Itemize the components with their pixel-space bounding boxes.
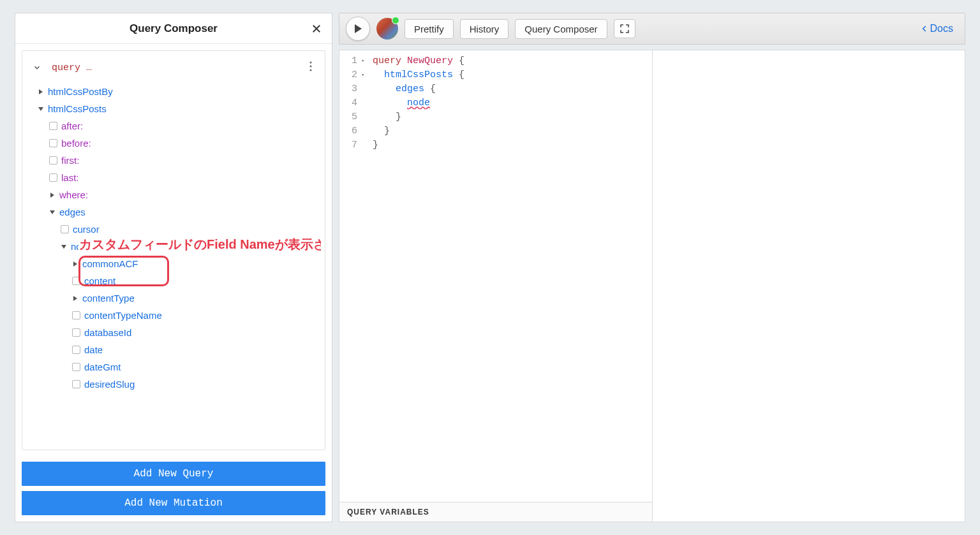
tri-down-icon xyxy=(49,209,56,216)
annotation-text: カスタムフィールドのField Nameが表示されることを確認 xyxy=(78,236,321,253)
tri-right-icon xyxy=(49,192,56,198)
fullscreen-button[interactable] xyxy=(614,19,635,38)
expand-icon xyxy=(620,24,630,34)
checkbox[interactable] xyxy=(72,363,80,371)
result-pane xyxy=(653,50,966,522)
svg-point-0 xyxy=(310,62,312,64)
toolbar: Prettify History Query Composer Docs xyxy=(339,13,965,45)
tri-right-icon xyxy=(72,295,78,302)
tree-item-contentType[interactable]: contentType xyxy=(26,289,316,307)
query-root-row[interactable]: query … xyxy=(26,57,321,83)
query-composer-panel: Query Composer query … xyxy=(15,13,332,522)
checkbox[interactable] xyxy=(72,311,80,319)
tree-item-after[interactable]: after: xyxy=(26,117,316,135)
tree-item-databaseId[interactable]: databaseId xyxy=(26,324,316,341)
history-button[interactable]: History xyxy=(460,19,509,39)
kebab-menu[interactable] xyxy=(307,59,315,77)
query-composer-toggle[interactable]: Query Composer xyxy=(515,19,607,39)
checkbox[interactable] xyxy=(61,225,69,233)
tree-scroll[interactable]: htmlCssPostBy htmlCssPosts after: before… xyxy=(26,83,321,408)
tri-down-icon xyxy=(61,244,67,250)
tree-item-htmlCssPosts[interactable]: htmlCssPosts xyxy=(26,100,316,117)
tree-item-date[interactable]: date xyxy=(26,341,316,358)
checkbox[interactable] xyxy=(72,277,80,285)
tri-right-icon xyxy=(38,89,44,95)
user-avatar[interactable] xyxy=(376,18,398,40)
checkbox[interactable] xyxy=(49,156,57,165)
composer-title: Query Composer xyxy=(130,22,218,35)
docs-button[interactable]: Docs xyxy=(915,23,958,34)
execute-button[interactable] xyxy=(346,17,370,41)
tree-item-commonACF[interactable]: commonACF xyxy=(26,255,316,272)
tree-item-last[interactable]: last: xyxy=(26,169,316,186)
tree-item-first[interactable]: first: xyxy=(26,152,316,169)
svg-point-2 xyxy=(310,70,312,71)
chevron-left-icon xyxy=(920,24,929,33)
add-new-query-button[interactable]: Add New Query xyxy=(22,462,325,486)
checkbox[interactable] xyxy=(49,139,57,147)
tree-item-cursor[interactable]: cursor xyxy=(26,221,316,238)
tree-item-content[interactable]: content xyxy=(26,272,316,289)
checkbox[interactable] xyxy=(49,122,57,130)
tree-item-edges[interactable]: edges xyxy=(26,203,316,221)
code-editor[interactable]: 1 2 3 4 5 6 7 ▾ ▾ xyxy=(339,50,652,502)
fold-gutter[interactable]: ▾ ▾ xyxy=(361,50,370,502)
checkbox[interactable] xyxy=(72,346,80,354)
tree-item-where[interactable]: where: xyxy=(26,186,316,203)
tree-item-before[interactable]: before: xyxy=(26,135,316,152)
chevron-down-icon xyxy=(33,63,41,72)
composer-header: Query Composer xyxy=(15,13,332,44)
tree-item-desiredSlug[interactable]: desiredSlug xyxy=(26,376,316,393)
close-button[interactable] xyxy=(309,21,324,36)
checkbox[interactable] xyxy=(49,173,57,182)
query-variables-label[interactable]: QUERY VARIABLES xyxy=(339,502,652,522)
close-icon xyxy=(311,23,322,34)
query-root-label: query … xyxy=(52,62,92,73)
checkbox[interactable] xyxy=(72,328,80,337)
tree-item-contentTypeName[interactable]: contentTypeName xyxy=(26,307,316,324)
checkbox[interactable] xyxy=(72,380,80,388)
play-icon xyxy=(353,24,363,34)
tri-down-icon xyxy=(38,106,44,112)
prettify-button[interactable]: Prettify xyxy=(405,19,454,39)
add-new-mutation-button[interactable]: Add New Mutation xyxy=(22,491,325,515)
line-gutter: 1 2 3 4 5 6 7 xyxy=(339,50,361,502)
tri-right-icon xyxy=(72,261,78,267)
tree-item-dateGmt[interactable]: dateGmt xyxy=(26,358,316,376)
svg-point-1 xyxy=(310,66,312,68)
tree-item-htmlCssPostBy[interactable]: htmlCssPostBy xyxy=(26,83,316,100)
code-content[interactable]: query NewQuery { htmlCssPosts { edges { … xyxy=(370,50,464,502)
